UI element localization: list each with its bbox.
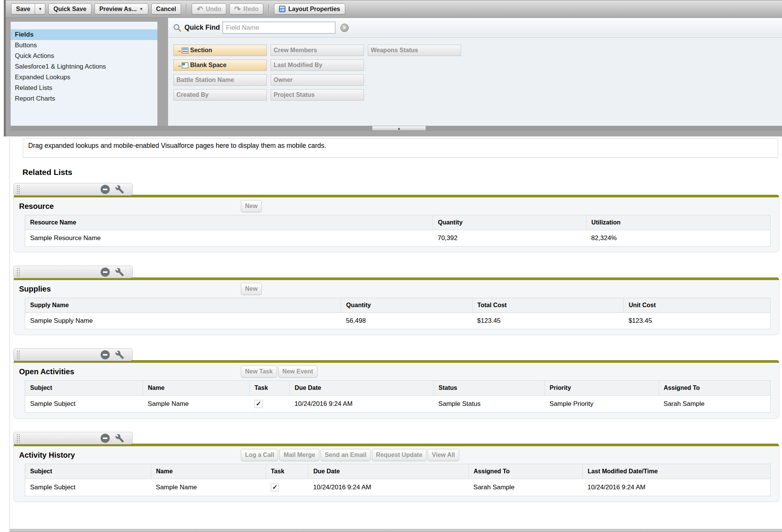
sample-action-button: New	[241, 200, 262, 212]
palette-item-project-status[interactable]: Project Status	[271, 89, 364, 101]
related-list-module: ResourceNewResource NameQuantityUtilizat…	[13, 183, 779, 252]
palette-item-created-by[interactable]: Created By	[173, 89, 267, 101]
column-header: Priority	[545, 381, 659, 396]
palette-item-last-modified-by[interactable]: Last Modified By	[271, 59, 364, 71]
sidebar-item-report-charts[interactable]: Report Charts	[11, 93, 157, 104]
remove-related-list-button[interactable]	[101, 350, 110, 359]
page-layout-editor: Save ▼ Quick Save Preview As... ▼ Cancel…	[0, 0, 782, 532]
related-lists-heading: Related Lists	[22, 168, 72, 177]
column-header: Status	[433, 381, 544, 396]
column-header: Quantity	[433, 215, 586, 230]
undo-label: Undo	[206, 6, 221, 13]
palette-item-blank-space[interactable]: → Blank Space	[173, 59, 267, 71]
column-header: Due Date	[308, 464, 469, 479]
palette-item-label: Section	[190, 47, 212, 54]
related-list-drag-tab[interactable]	[13, 348, 133, 361]
sample-action-button: New Event	[278, 365, 317, 378]
palette-item-label: Last Modified By	[274, 62, 322, 69]
sidebar-item-buttons[interactable]: Buttons	[11, 40, 157, 51]
save-dropdown-button[interactable]: ▼	[35, 3, 45, 14]
canvas-bottom-border	[10, 529, 782, 532]
related-list-table: Supply NameQuantityTotal CostUnit CostSa…	[25, 298, 771, 329]
layout-canvas: Drag expanded lookups and mobile-enabled…	[0, 136, 782, 532]
column-header: Total Cost	[472, 298, 623, 313]
blank-space-icon	[182, 62, 188, 68]
column-header: Subject	[25, 464, 151, 479]
task-checkbox: ✓	[254, 400, 263, 408]
toolbar-separator	[186, 4, 187, 14]
wrench-icon	[115, 350, 124, 359]
table-cell: 10/24/2016 9:24 AM	[290, 396, 434, 413]
preview-as-button[interactable]: Preview As... ▼	[95, 3, 148, 14]
undo-button[interactable]: ↶ Undo	[192, 3, 226, 14]
table-cell: $123.45	[472, 313, 623, 329]
toolbar-separator	[268, 4, 269, 14]
drag-handle-icon[interactable]	[16, 268, 20, 277]
table-row: Sample SubjectSample Name✓10/24/2016 9:2…	[25, 479, 771, 496]
related-list-drag-tab[interactable]	[13, 432, 133, 444]
related-list-module: Activity HistoryLog a CallMail MergeSend…	[13, 432, 779, 502]
sample-action-button: Log a Call	[241, 449, 278, 461]
remove-related-list-button[interactable]	[101, 185, 110, 194]
palette-item-label: Weapons Status	[371, 47, 418, 54]
related-list-table: SubjectNameTaskDue DateAssigned ToLast M…	[25, 464, 771, 496]
drag-handle-icon[interactable]	[16, 185, 20, 194]
related-list-preview: Activity HistoryLog a CallMail MergeSend…	[13, 444, 779, 502]
table-header-row: SubjectNameTaskDue DateStatusPriorityAss…	[25, 381, 771, 396]
table-cell: Sarah Sample	[468, 479, 582, 496]
palette-item-section[interactable]: → Section	[173, 45, 267, 56]
related-list-drag-tab[interactable]	[13, 266, 133, 278]
column-header: Assigned To	[468, 464, 582, 479]
save-button[interactable]: Save	[11, 3, 35, 14]
related-list-properties-button[interactable]	[115, 268, 124, 277]
sidebar-item-quick-actions[interactable]: Quick Actions	[11, 51, 157, 61]
wrench-icon	[115, 434, 124, 443]
palette-item-weapons-status[interactable]: Weapons Status	[368, 45, 461, 56]
collapse-palette-button[interactable]: ▲	[372, 126, 426, 131]
mobile-cards-dropzone[interactable]: Drag expanded lookups and mobile-enabled…	[23, 138, 778, 158]
column-header: Name	[151, 464, 266, 479]
quick-find-input[interactable]	[223, 22, 335, 34]
palette-item-battle-station-name[interactable]: Battle Station Name	[173, 74, 267, 86]
sidebar-item-salesforce1-lightning-actions[interactable]: Salesforce1 & Lightning Actions	[11, 61, 157, 72]
sidebar-item-fields[interactable]: Fields	[11, 29, 157, 40]
quick-find-bar: Quick Find ✕	[168, 18, 782, 38]
quick-find-label: Quick Find	[184, 24, 220, 32]
column-header: Subject	[25, 381, 143, 396]
palette-item-label: Battle Station Name	[176, 77, 234, 83]
related-list-preview: Open ActivitiesNew TaskNew EventSubjectN…	[13, 360, 779, 418]
related-list-table: Resource NameQuantityUtilizationSample R…	[25, 215, 771, 247]
sample-action-button: New	[241, 283, 262, 295]
column-header: Task	[249, 381, 290, 396]
drag-handle-icon[interactable]	[16, 350, 20, 360]
chevron-down-icon: ▼	[38, 7, 42, 11]
palette-item-crew-members[interactable]: Crew Members	[271, 45, 364, 56]
search-icon	[173, 23, 182, 32]
remove-related-list-button[interactable]	[101, 268, 110, 277]
palette-item-owner[interactable]: Owner	[271, 74, 364, 86]
clear-search-button[interactable]: ✕	[340, 24, 349, 32]
related-list-title: Resource	[19, 202, 241, 211]
related-list-preview: SuppliesNewSupply NameQuantityTotal Cost…	[13, 277, 779, 335]
sample-action-button: Request Update	[372, 449, 427, 461]
sidebar-item-related-lists[interactable]: Related Lists	[11, 83, 157, 93]
related-list-drag-tab[interactable]	[13, 183, 133, 195]
undo-icon: ↶	[197, 6, 203, 12]
quick-save-button[interactable]: Quick Save	[48, 3, 91, 14]
related-list-properties-button[interactable]	[115, 185, 124, 194]
layout-properties-button[interactable]: Layout Properties	[274, 3, 345, 14]
wrench-icon	[115, 185, 124, 194]
table-cell: Sample Supply Name	[25, 313, 341, 329]
sample-action-button: Send an Email	[320, 449, 370, 461]
related-list-properties-button[interactable]	[115, 350, 124, 359]
sample-action-button: View All	[428, 449, 459, 461]
drag-handle-icon[interactable]	[16, 434, 20, 443]
redo-icon: ↷	[234, 6, 241, 12]
remove-related-list-button[interactable]	[101, 434, 110, 443]
related-list-header: Open ActivitiesNew TaskNew Event	[14, 363, 779, 380]
palette-bottom-bar: ▲	[11, 126, 782, 131]
redo-button[interactable]: ↷ Redo	[229, 3, 264, 14]
cancel-button[interactable]: Cancel	[151, 3, 181, 14]
sidebar-item-expanded-lookups[interactable]: Expanded Lookups	[11, 72, 157, 83]
related-list-properties-button[interactable]	[115, 434, 124, 443]
